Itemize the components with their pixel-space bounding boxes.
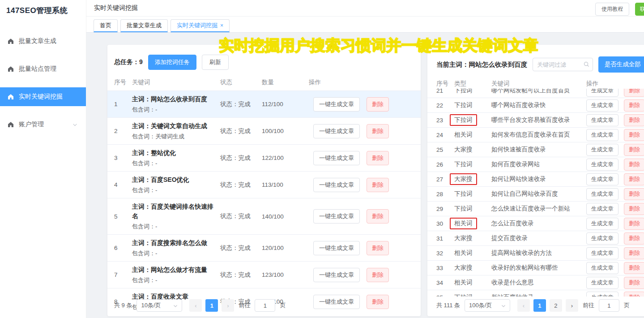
tab-batch-article[interactable]: 批量文章生成 <box>120 19 168 32</box>
total-tasks-value: 9 <box>139 58 143 65</box>
table-row: 2主词：关键词文章自动生成包含词：关键词生成状态：完成100/100一键生成文章… <box>107 117 421 144</box>
delete-button[interactable]: 删除 <box>367 268 389 282</box>
generate-article-button[interactable]: 一键生成文章 <box>313 241 360 255</box>
sidebar-item-account[interactable]: 账户管理 <box>0 115 86 134</box>
generate-article-button[interactable]: 一键生成文章 <box>313 178 360 192</box>
delete-button[interactable]: 删除 <box>624 262 644 274</box>
delete-button[interactable]: 删除 <box>367 178 389 192</box>
sidebar-item-label: 批量站点管理 <box>19 65 56 73</box>
home-icon <box>7 38 14 45</box>
generate-article-button[interactable]: 生成文章 <box>586 173 618 185</box>
row-index: 1 <box>114 101 132 107</box>
task-actions: 一键生成文章删除 <box>309 209 421 223</box>
delete-button[interactable]: 删除 <box>367 209 389 223</box>
sidebar-menu: 批量文章生成 批量站点管理 实时关键词挖掘 账户管理 <box>0 32 86 134</box>
task-keyword-cell: 主词：网站怎么收录到百度包含词：- <box>132 95 220 114</box>
delete-button[interactable]: 删除 <box>624 159 644 171</box>
generate-article-button[interactable]: 一键生成文章 <box>313 97 360 112</box>
tutorial-button[interactable]: 使用教程 <box>595 3 629 16</box>
keyword-actions: 生成文章删除 <box>586 159 644 171</box>
generate-article-button[interactable]: 一键生成文章 <box>313 295 360 309</box>
page-number-button[interactable]: 1 <box>205 299 218 312</box>
keyword-type: 大家搜 <box>454 264 491 272</box>
prev-page-button[interactable]: ‹ <box>189 299 202 312</box>
generate-article-button[interactable]: 生成文章 <box>586 89 618 97</box>
sidebar-item-batch-article[interactable]: 批量文章生成 <box>0 32 86 51</box>
task-count: 120/100 <box>262 245 309 251</box>
task-status: 状态：完成 <box>220 154 262 162</box>
delete-button[interactable]: 删除 <box>367 151 389 165</box>
generate-article-button[interactable]: 一键生成文章 <box>313 268 360 282</box>
keyword-text: 提交百度收录 <box>491 234 586 242</box>
generate-article-button[interactable]: 一键生成文章 <box>313 124 360 138</box>
delete-button[interactable]: 删除 <box>624 218 644 230</box>
close-icon[interactable]: × <box>220 22 223 29</box>
chevron-down-icon <box>173 303 178 309</box>
delete-button[interactable]: 删除 <box>624 277 644 289</box>
refresh-button[interactable]: 刷新 <box>202 55 229 70</box>
generate-article-button[interactable]: 生成文章 <box>586 144 618 156</box>
generate-article-button[interactable]: 一键生成文章 <box>313 209 360 223</box>
row-index: 4 <box>114 181 132 188</box>
delete-button[interactable]: 删除 <box>624 129 644 141</box>
sidebar-item-keyword-mining[interactable]: 实时关键词挖掘 <box>0 87 86 106</box>
page-size-select[interactable]: 100条/页 <box>465 299 510 312</box>
delete-button[interactable]: 删除 <box>624 188 644 200</box>
keyword-filter <box>533 58 593 71</box>
prev-page-button[interactable]: ‹ <box>517 299 530 312</box>
contact-button[interactable]: 联系客服 <box>635 3 644 16</box>
delete-button[interactable]: 删除 <box>624 99 644 112</box>
keyword-type: 下拉词 <box>454 101 491 109</box>
delete-button[interactable]: 删除 <box>367 97 389 112</box>
tab-home[interactable]: 首页 <box>94 19 118 32</box>
generate-article-button[interactable]: 生成文章 <box>586 232 618 245</box>
table-row: 24相关词如何发布信息百度收录在首页生成文章删除 <box>427 128 644 142</box>
generate-article-button[interactable]: 生成文章 <box>586 218 618 230</box>
goto-page-input[interactable] <box>599 299 619 312</box>
sidebar-item-batch-site[interactable]: 批量站点管理 <box>0 60 86 78</box>
main-area: 实时关键词挖掘 使用教程 联系客服 首页 批量文章生成 实时关键词挖掘 × 实时… <box>86 0 644 318</box>
delete-button[interactable]: 删除 <box>624 203 644 215</box>
page-size-select[interactable]: 10条/页 <box>136 299 182 312</box>
task-status: 状态：完成 <box>220 100 262 108</box>
generate-article-button[interactable]: 生成文章 <box>586 129 618 141</box>
task-keyword-cell: 主词：关键词文章自动生成包含词：关键词生成 <box>132 121 220 141</box>
generate-article-button[interactable]: 生成文章 <box>586 188 618 200</box>
table-row: 4主词：百度SEO优化包含词：-状态：完成113/100一键生成文章删除 <box>107 171 421 198</box>
red-annotation-box: 相关词 <box>450 218 477 229</box>
delete-button[interactable]: 删除 <box>624 292 644 297</box>
generate-article-button[interactable]: 生成文章 <box>586 292 618 297</box>
page-number-button[interactable]: 2 <box>550 299 562 312</box>
goto-page-input[interactable] <box>255 299 275 312</box>
generate-article-button[interactable]: 生成文章 <box>586 277 618 289</box>
generate-article-button[interactable]: 生成文章 <box>586 262 618 274</box>
task-actions: 一键生成文章删除 <box>309 241 421 255</box>
generate-article-button[interactable]: 一键生成文章 <box>313 151 360 165</box>
delete-button[interactable]: 删除 <box>624 144 644 156</box>
generate-article-button[interactable]: 生成文章 <box>586 99 618 112</box>
generate-article-button[interactable]: 生成文章 <box>586 247 618 259</box>
generate-all-button[interactable]: 是否生成全部 <box>598 56 644 73</box>
keywords-panel: 当前主词：网站怎么收录到百度 是否生成全部 序号 类型 关键词 操作 21下拉词… <box>427 45 644 316</box>
delete-button[interactable]: 删除 <box>624 89 644 97</box>
next-page-button[interactable]: › <box>222 299 234 312</box>
delete-button[interactable]: 删除 <box>367 295 389 309</box>
table-row: 27大家搜如何让网站快速收录生成文章删除 <box>427 172 644 187</box>
keyword-text: 如何快速被百度收录 <box>491 146 586 154</box>
delete-button[interactable]: 删除 <box>624 232 644 245</box>
add-mining-task-button[interactable]: 添加挖词任务 <box>148 55 196 70</box>
generate-article-button[interactable]: 生成文章 <box>586 114 618 126</box>
row-index: 2 <box>114 128 132 134</box>
page-number-button[interactable]: 1 <box>533 299 546 312</box>
delete-button[interactable]: 删除 <box>624 173 644 185</box>
generate-article-button[interactable]: 生成文章 <box>586 159 618 171</box>
delete-button[interactable]: 删除 <box>624 114 644 126</box>
delete-button[interactable]: 删除 <box>624 247 644 259</box>
next-page-button[interactable]: › <box>566 299 578 312</box>
delete-button[interactable]: 删除 <box>367 241 389 255</box>
task-keyword-cell: 主词：整站优化包含词：- <box>132 148 220 168</box>
generate-article-button[interactable]: 生成文章 <box>586 203 618 215</box>
tab-keyword-mining[interactable]: 实时关键词挖掘 × <box>171 19 230 32</box>
delete-button[interactable]: 删除 <box>367 124 389 138</box>
row-index: 24 <box>436 132 454 138</box>
